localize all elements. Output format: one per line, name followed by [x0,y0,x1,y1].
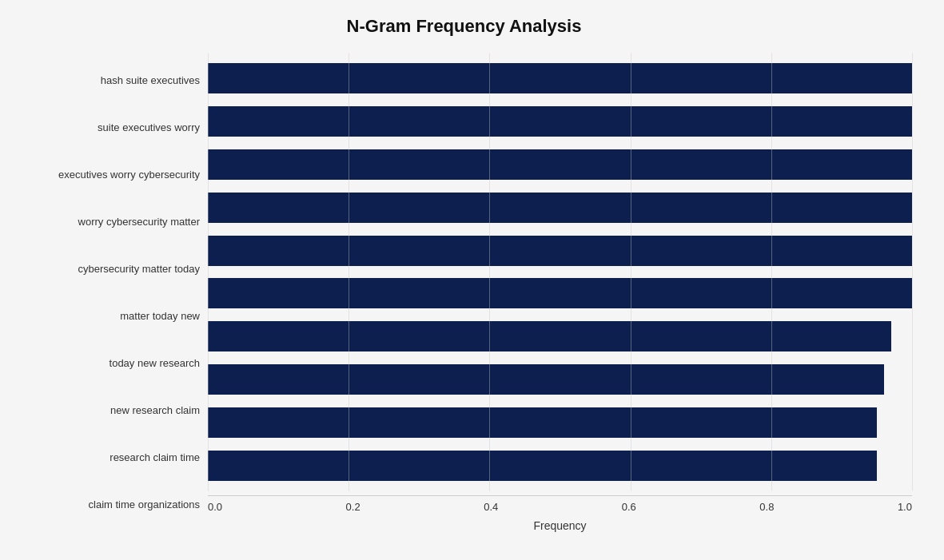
x-tick-label: 0.2 [346,501,360,513]
bar [208,63,912,93]
y-label: claim time organizations [16,498,200,511]
bar-row [208,232,912,270]
x-tick-label: 0.8 [759,501,774,513]
y-label: new research claim [16,404,200,417]
x-tick-label: 0.4 [484,501,498,513]
y-label: hash suite executives [16,74,200,87]
bar-row [208,145,912,184]
chart-title: N-Gram Frequency Analysis [16,16,912,37]
bar [208,407,877,438]
bar-row [208,102,912,141]
bar-row [208,403,912,442]
y-label: research claim time [16,451,200,464]
bar [208,149,912,180]
bar-row [208,447,912,485]
chart-container: N-Gram Frequency Analysis hash suite exe… [0,0,944,560]
bar [208,278,912,308]
bar [208,236,912,266]
chart-area: hash suite executivessuite executives wo… [16,53,912,532]
y-label: suite executives worry [16,121,200,134]
bar [208,321,891,351]
x-tick-label: 1.0 [898,501,912,513]
x-tick-label: 0.0 [208,501,222,513]
bar [208,106,912,137]
bars-wrapper [208,53,912,491]
x-axis-ticks: 0.00.20.40.60.81.0 [208,496,912,513]
y-label: cybersecurity matter today [16,263,200,276]
bars-section: 0.00.20.40.60.81.0 Frequency [208,53,912,532]
y-label: executives worry cybersecurity [16,169,200,181]
bar-row [208,274,912,312]
y-label: today new research [16,357,200,370]
y-axis-labels: hash suite executivessuite executives wo… [16,53,208,532]
bar-row [208,189,912,227]
grid-line [912,53,913,491]
bar-row [208,360,912,399]
bar-row [208,317,912,355]
x-tick-label: 0.6 [622,501,636,513]
bar [208,451,877,481]
x-axis: 0.00.20.40.60.81.0 Frequency [208,495,912,532]
bar [208,193,912,223]
y-label: worry cybersecurity matter [16,216,200,228]
bar-row [208,59,912,97]
x-axis-title: Frequency [208,519,912,532]
bar [208,364,884,395]
y-label: matter today new [16,310,200,323]
